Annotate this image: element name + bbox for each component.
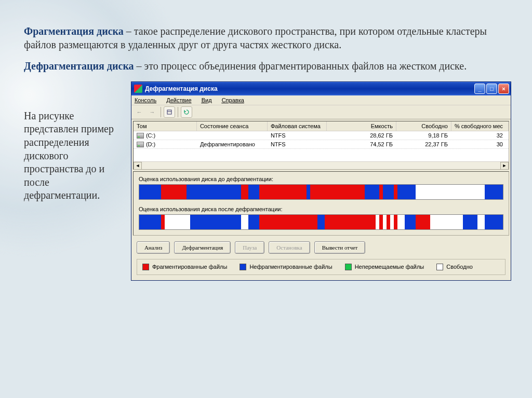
swatch-blue xyxy=(240,264,246,270)
intro-paragraph-1: Фрагментация диска – такое распределение… xyxy=(24,25,507,51)
usage-segment xyxy=(187,185,241,199)
usage-segment xyxy=(405,215,416,229)
usage-segment xyxy=(259,215,317,229)
label-before: Оценка использования диска до дефрагмент… xyxy=(139,176,503,182)
usage-segment xyxy=(139,185,161,199)
usage-bar-before xyxy=(139,184,503,200)
usage-segment xyxy=(416,215,430,229)
defrag-window: Дефрагментация диска _ □ × Консоль Дейст… xyxy=(131,81,511,281)
usage-segment xyxy=(241,215,248,229)
forward-button: → xyxy=(147,106,158,118)
drive-icon xyxy=(137,133,144,139)
usage-segment xyxy=(383,185,394,199)
usage-segment xyxy=(394,215,397,229)
usage-segment xyxy=(383,215,387,229)
legend-frag: Фрагментированные файлы xyxy=(142,264,228,270)
usage-segment xyxy=(307,185,310,199)
intro-text-2: – это процесс объединения фрагментирован… xyxy=(134,60,467,72)
minimize-button[interactable]: _ xyxy=(474,84,485,94)
legend-unmov: Неперемещаемые файлы xyxy=(345,264,424,270)
refresh-button[interactable] xyxy=(181,106,192,118)
usage-segment xyxy=(259,185,307,199)
grid-header: Том Состояние сеанса Файловая система Ем… xyxy=(134,121,509,131)
view-list-button[interactable] xyxy=(164,106,175,118)
button-row: Анализ Дефрагментация Пауза Остановка Вы… xyxy=(131,237,511,256)
menu-help[interactable]: Справка xyxy=(222,97,244,103)
menu-view[interactable]: Вид xyxy=(202,97,212,103)
col-free[interactable]: Свободно xyxy=(396,121,451,131)
usage-segment xyxy=(310,185,365,199)
col-session[interactable]: Состояние сеанса xyxy=(197,121,268,131)
usage-segment xyxy=(325,215,376,229)
usage-segment xyxy=(241,185,248,199)
report-button[interactable]: Вывести отчет xyxy=(314,241,366,254)
scroll-left-icon[interactable]: ◄ xyxy=(134,162,142,170)
usage-segment xyxy=(416,185,485,199)
drive-icon xyxy=(137,142,144,147)
usage-segment xyxy=(139,215,161,229)
usage-segment xyxy=(248,185,259,199)
stop-button: Остановка xyxy=(269,241,310,254)
pause-button: Пауза xyxy=(235,241,264,254)
usage-segment xyxy=(485,185,503,199)
col-volume[interactable]: Том xyxy=(134,121,197,131)
usage-segment xyxy=(379,185,383,199)
app-icon xyxy=(134,85,142,93)
usage-segment xyxy=(397,215,405,229)
col-fs[interactable]: Файловая система xyxy=(268,121,327,131)
grid-row[interactable]: (D:) Дефрагментировано NTFS 74,52 ГБ 22,… xyxy=(134,140,509,149)
usage-bar-after xyxy=(139,214,503,230)
back-button: ← xyxy=(134,106,145,118)
menu-console[interactable]: Консоль xyxy=(135,97,156,103)
window-title: Дефрагментация диска xyxy=(145,85,474,92)
intro-paragraph-2: Дефрагментация диска – это процесс объед… xyxy=(24,60,507,73)
usage-panel: Оценка использования диска до дефрагмент… xyxy=(133,171,509,236)
toolbar: ← → xyxy=(131,105,511,119)
usage-segment xyxy=(387,215,390,229)
usage-segment xyxy=(317,215,325,229)
grid-body: (C:) NTFS 28,62 ГБ 9,18 ГБ 32 (D:) Дефра… xyxy=(134,131,509,161)
usage-segment xyxy=(161,185,187,199)
label-after: Оценка использования диска после дефрагм… xyxy=(139,206,503,212)
swatch-green xyxy=(345,264,352,270)
usage-segment xyxy=(397,185,416,199)
volume-grid: Том Состояние сеанса Файловая система Ем… xyxy=(133,121,509,170)
usage-segment xyxy=(376,215,379,229)
usage-segment xyxy=(379,215,383,229)
svg-rect-0 xyxy=(167,110,171,114)
legend: Фрагментированные файлы Нефрагментирован… xyxy=(137,259,506,275)
side-caption: На рисунке представлен пример распределе… xyxy=(24,81,127,281)
close-button[interactable]: × xyxy=(498,84,509,94)
menu-action[interactable]: Действие xyxy=(166,97,191,103)
usage-segment xyxy=(485,215,503,229)
grid-row[interactable]: (C:) NTFS 28,62 ГБ 9,18 ГБ 32 xyxy=(134,131,509,140)
usage-segment xyxy=(394,185,397,199)
legend-nonfrag: Нефрагментированные файлы xyxy=(240,264,332,270)
col-pct[interactable]: % свободного мес xyxy=(451,121,509,131)
swatch-red xyxy=(142,264,149,270)
swatch-white xyxy=(436,264,443,270)
menubar: Консоль Действие Вид Справка xyxy=(131,95,511,105)
usage-segment xyxy=(165,215,190,229)
legend-free: Свободно xyxy=(436,264,473,270)
maximize-button[interactable]: □ xyxy=(486,84,497,94)
h-scrollbar[interactable]: ◄ ► xyxy=(134,161,509,169)
titlebar[interactable]: Дефрагментация диска _ □ × xyxy=(131,82,511,95)
usage-segment xyxy=(430,215,463,229)
usage-segment xyxy=(463,215,477,229)
usage-segment xyxy=(190,215,241,229)
usage-segment xyxy=(248,215,259,229)
defrag-button[interactable]: Дефрагментация xyxy=(174,241,231,254)
usage-segment xyxy=(161,215,165,229)
usage-segment xyxy=(477,215,485,229)
term-fragmentation: Фрагментация диска xyxy=(24,25,124,37)
col-capacity[interactable]: Емкость xyxy=(327,121,396,131)
term-defragmentation: Дефрагментация диска xyxy=(24,60,134,72)
usage-segment xyxy=(390,215,394,229)
analyze-button[interactable]: Анализ xyxy=(137,241,170,254)
scroll-right-icon[interactable]: ► xyxy=(500,162,509,170)
usage-segment xyxy=(365,185,379,199)
